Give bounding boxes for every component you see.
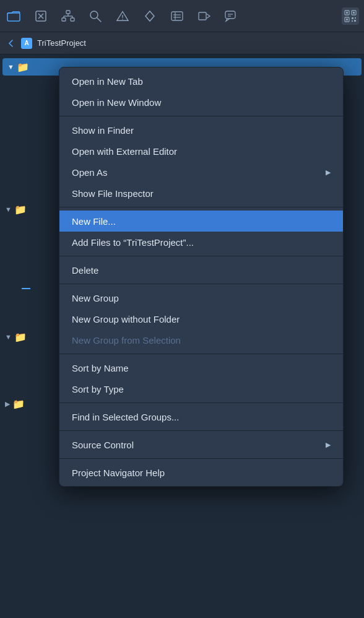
menu-section-finder: Show in Finder Open with External Editor… [59,116,343,207]
menu-section-sort: Sort by Name Sort by Type [59,354,343,403]
svg-rect-4 [66,11,70,14]
menu-item-source-control[interactable]: Source Control ▶ [59,434,343,455]
project-name-label: TriTestProject [37,38,86,48]
qr-icon[interactable] [342,7,359,25]
menu-section-find: Find in Selected Groups... [59,403,343,431]
svg-point-14 [122,19,123,19]
svg-rect-29 [352,17,353,19]
menu-item-open-external[interactable]: Open with External Editor [59,141,343,162]
svg-rect-31 [352,20,353,22]
list-icon[interactable] [168,7,186,25]
diamond-icon[interactable] [141,7,158,25]
menu-item-open-new-tab[interactable]: Open in New Tab [59,71,343,92]
menu-item-new-file[interactable]: New File... [59,211,343,232]
x-button-icon[interactable] [32,7,50,25]
context-menu: Open in New Tab Open in New Window Show … [59,67,344,487]
menu-item-find-selected[interactable]: Find in Selected Groups... [59,406,343,427]
svg-rect-6 [71,18,74,21]
menu-item-open-as[interactable]: Open As ▶ [59,162,343,183]
folder-tab-icon[interactable] [5,7,22,25]
search-icon[interactable] [87,7,104,25]
hierarchy-icon[interactable] [59,7,77,25]
context-menu-overlay: Open in New Tab Open in New Window Show … [0,54,364,618]
back-arrow-icon[interactable] [6,38,16,48]
menu-item-sort-type[interactable]: Sort by Type [59,378,343,399]
menu-section-help: Project Navigator Help [59,459,343,486]
svg-rect-24 [346,12,348,14]
open-as-arrow-icon: ▶ [326,168,331,176]
toolbar [0,0,364,32]
svg-rect-15 [171,12,183,20]
svg-rect-0 [7,13,20,21]
menu-item-delete[interactable]: Delete [59,259,343,281]
source-control-arrow-icon: ▶ [326,441,331,449]
tag-icon[interactable] [196,7,213,25]
menu-section-source-control: Source Control ▶ [59,431,343,459]
menu-section-delete: Delete [59,256,343,284]
svg-rect-5 [62,18,66,21]
navigator-body: ▼ 📁 ▼ 📁 ▼ ▼ 📁 ▶ 📁 Open [0,54,364,618]
svg-line-12 [97,18,101,22]
menu-section-open: Open in New Tab Open in New Window [59,67,343,116]
menu-item-new-group-no-folder[interactable]: New Group without Folder [59,308,343,329]
menu-item-new-group-from-selection: New Group from Selection [59,329,343,350]
project-header: A TriTestProject [0,32,364,54]
menu-item-file-inspector[interactable]: Show File Inspector [59,183,343,204]
svg-rect-32 [354,20,356,22]
menu-item-new-group[interactable]: New Group [59,287,343,308]
svg-rect-26 [353,12,355,14]
menu-section-groups: New Group New Group without Folder New G… [59,284,343,354]
svg-rect-28 [346,19,348,20]
svg-rect-30 [355,17,356,19]
svg-rect-20 [225,11,235,19]
menu-item-project-navigator-help[interactable]: Project Navigator Help [59,462,343,483]
svg-rect-19 [199,12,206,20]
chat-icon[interactable] [223,7,240,25]
menu-item-sort-name[interactable]: Sort by Name [59,357,343,378]
menu-item-open-new-window[interactable]: Open in New Window [59,92,343,113]
menu-section-new-file: New File... Add Files to “TriTestProject… [59,207,343,256]
svg-point-11 [90,11,98,19]
warning-icon[interactable] [114,7,131,25]
menu-item-add-files[interactable]: Add Files to “TriTestProject”... [59,232,343,253]
menu-item-show-finder[interactable]: Show in Finder [59,120,343,141]
project-app-icon: A [21,38,32,49]
